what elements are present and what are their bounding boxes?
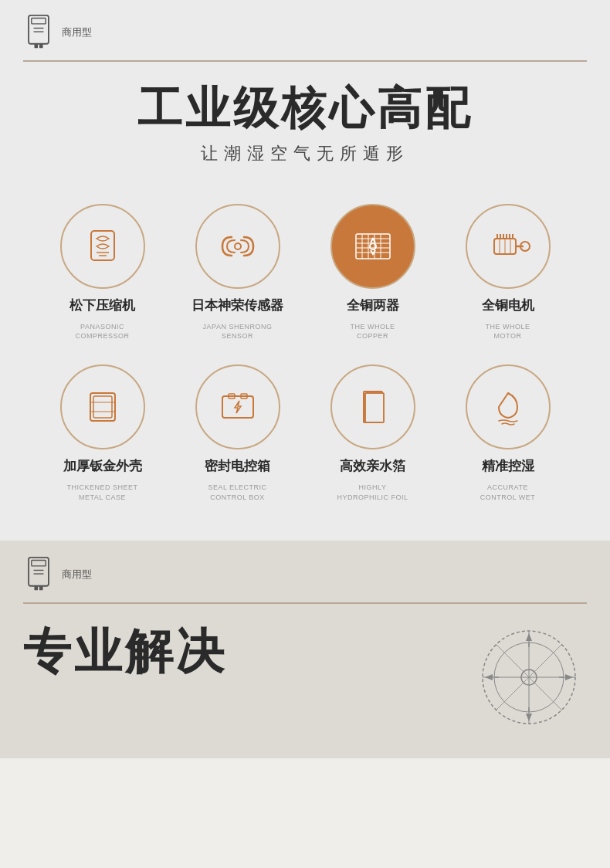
copper-cn-label: 全铜两器	[347, 297, 399, 314]
header-row: 商用型	[23, 14, 587, 51]
gear-decoration-icon	[471, 619, 587, 735]
svg-rect-36	[222, 396, 253, 418]
section2-header-row: 商用型	[23, 556, 587, 593]
control-wet-icon	[485, 384, 531, 430]
control-wet-en-label: ACCURATECONTROL WET	[480, 483, 536, 502]
motor-circle	[466, 204, 551, 289]
control-box-icon	[215, 384, 261, 430]
compressor-cn-label: 松下压缩机	[69, 297, 135, 314]
sheet-metal-en-label: THICKENED SHEETMETAL CASE	[66, 483, 137, 502]
motor-en-label: THE WHOLEMOTOR	[485, 322, 530, 341]
sheet-metal-circle	[60, 364, 145, 449]
section2-dehumidifier-icon	[23, 556, 54, 593]
section-professional: 商用型 专业解决	[0, 541, 610, 758]
header-label: 商用型	[62, 25, 92, 39]
main-title: 工业级核心高配	[23, 83, 587, 133]
hydrophilic-en-label: HIGHLYHYDROPHILIC FOIL	[337, 483, 408, 502]
sensor-icon	[215, 223, 261, 270]
feature-sensor: 日本神荣传感器 JAPAN SHENRONGSENSOR	[174, 204, 301, 341]
feature-hydrophilic: 高效亲水箔 HIGHLYHYDROPHILIC FOIL	[309, 364, 436, 502]
svg-rect-4	[34, 44, 38, 49]
sensor-circle	[195, 204, 280, 289]
copper-circle	[330, 204, 415, 289]
features-grid: 松下压缩机 PANASONICCOMPRESSOR 日本神荣传感器 J	[23, 204, 587, 502]
divider-top	[23, 60, 587, 62]
control-box-en-label: SEAL ELECTRICCONTROL BOX	[208, 483, 266, 502]
feature-control-box: 密封电控箱 SEAL ELECTRICCONTROL BOX	[174, 364, 301, 502]
svg-rect-33	[93, 396, 112, 418]
svg-marker-59	[565, 674, 573, 680]
sensor-cn-label: 日本神荣传感器	[191, 297, 283, 314]
svg-rect-47	[34, 586, 38, 591]
hydrophilic-cn-label: 高效亲水箔	[340, 457, 405, 475]
control-wet-cn-label: 精准控湿	[482, 457, 534, 475]
feature-motor: 全铜电机 THE WHOLEMOTOR	[444, 204, 571, 341]
sheet-metal-cn-label: 加厚钣金外壳	[63, 457, 142, 475]
sheet-metal-icon	[80, 384, 126, 430]
compressor-en-label: PANASONICCOMPRESSOR	[75, 322, 129, 341]
section2-header-label: 商用型	[62, 568, 92, 581]
hydrophilic-circle	[330, 364, 415, 449]
svg-marker-58	[485, 674, 493, 680]
svg-rect-44	[32, 561, 46, 566]
svg-rect-41	[365, 393, 384, 422]
sensor-en-label: JAPAN SHENRONGSENSOR	[203, 322, 273, 341]
compressor-circle	[60, 204, 145, 289]
control-box-cn-label: 密封电控箱	[205, 457, 270, 475]
motor-icon	[485, 223, 531, 270]
svg-rect-1	[32, 19, 46, 24]
section2-divider	[23, 602, 587, 604]
feature-control-wet: 精准控湿 ACCURATECONTROL WET	[444, 364, 571, 502]
svg-marker-57	[526, 714, 532, 721]
svg-point-19	[370, 243, 376, 249]
section2-title: 专业解决	[23, 619, 227, 684]
feature-sheet-metal: 加厚钣金外壳 THICKENED SHEETMETAL CASE	[39, 364, 166, 502]
control-box-circle	[195, 364, 280, 449]
svg-rect-5	[39, 44, 43, 49]
compressor-icon	[80, 223, 126, 270]
feature-compressor: 松下压缩机 PANASONICCOMPRESSOR	[39, 204, 166, 341]
control-wet-circle	[466, 364, 551, 449]
feature-copper: 全铜两器 THE WHOLECOPPER	[309, 204, 436, 341]
section-industrial: 商用型 工业级核心高配 让潮湿空气无所遁形 松下压缩机 PANASONICCOM…	[0, 0, 610, 541]
copper-icon	[350, 223, 396, 270]
hydrophilic-icon	[350, 384, 396, 430]
dehumidifier-icon	[23, 14, 54, 51]
copper-en-label: THE WHOLECOPPER	[350, 322, 395, 341]
sub-title: 让潮湿空气无所遁形	[23, 142, 587, 165]
svg-point-9	[235, 243, 241, 249]
motor-cn-label: 全铜电机	[482, 297, 534, 314]
section2-content: 专业解决	[23, 619, 587, 735]
svg-marker-56	[526, 633, 532, 641]
svg-rect-48	[39, 586, 43, 591]
